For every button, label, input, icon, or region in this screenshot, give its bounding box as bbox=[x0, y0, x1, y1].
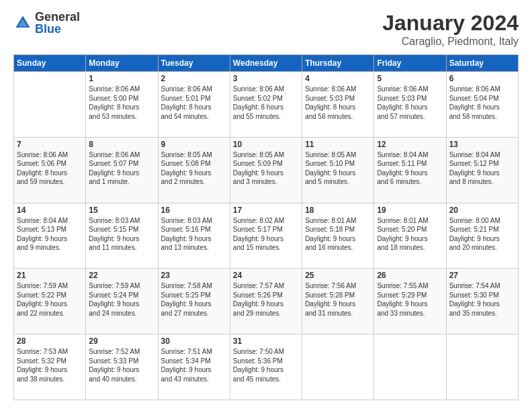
calendar-cell: 6Sunrise: 8:06 AM Sunset: 5:04 PM Daylig… bbox=[446, 72, 518, 138]
day-number: 5 bbox=[377, 74, 443, 83]
day-header-thursday: Thursday bbox=[302, 55, 374, 72]
day-info: Sunrise: 8:01 AM Sunset: 5:18 PM Dayligh… bbox=[305, 216, 371, 253]
calendar-cell: 26Sunrise: 7:55 AM Sunset: 5:29 PM Dayli… bbox=[374, 269, 446, 334]
calendar-cell: 28Sunrise: 7:53 AM Sunset: 5:32 PM Dayli… bbox=[14, 334, 86, 400]
calendar-cell: 14Sunrise: 8:04 AM Sunset: 5:13 PM Dayli… bbox=[14, 203, 86, 269]
day-number: 31 bbox=[233, 336, 299, 346]
week-row-2: 7Sunrise: 8:06 AM Sunset: 5:06 PM Daylig… bbox=[14, 137, 519, 203]
day-info: Sunrise: 7:57 AM Sunset: 5:26 PM Dayligh… bbox=[233, 281, 299, 318]
title-block: January 2024 Caraglio, Piedmont, Italy bbox=[382, 11, 519, 48]
day-info: Sunrise: 7:56 AM Sunset: 5:28 PM Dayligh… bbox=[305, 281, 371, 318]
day-info: Sunrise: 8:06 AM Sunset: 5:01 PM Dayligh… bbox=[161, 85, 227, 121]
day-info: Sunrise: 8:03 AM Sunset: 5:16 PM Dayligh… bbox=[161, 216, 227, 253]
day-info: Sunrise: 7:51 AM Sunset: 5:34 PM Dayligh… bbox=[161, 347, 227, 383]
day-number: 23 bbox=[161, 271, 227, 280]
calendar-cell: 27Sunrise: 7:54 AM Sunset: 5:30 PM Dayli… bbox=[446, 269, 518, 334]
calendar-cell: 29Sunrise: 7:52 AM Sunset: 5:33 PM Dayli… bbox=[86, 334, 158, 400]
day-info: Sunrise: 7:59 AM Sunset: 5:24 PM Dayligh… bbox=[89, 281, 154, 318]
day-header-monday: Monday bbox=[86, 55, 158, 72]
day-info: Sunrise: 8:06 AM Sunset: 5:03 PM Dayligh… bbox=[377, 85, 443, 121]
day-info: Sunrise: 7:52 AM Sunset: 5:33 PM Dayligh… bbox=[89, 347, 154, 383]
day-info: Sunrise: 8:06 AM Sunset: 5:04 PM Dayligh… bbox=[449, 85, 515, 121]
week-row-1: 1Sunrise: 8:06 AM Sunset: 5:00 PM Daylig… bbox=[14, 72, 519, 138]
calendar-cell: 7Sunrise: 8:06 AM Sunset: 5:06 PM Daylig… bbox=[14, 137, 86, 203]
calendar-cell: 12Sunrise: 8:04 AM Sunset: 5:11 PM Dayli… bbox=[374, 137, 446, 203]
week-row-4: 21Sunrise: 7:59 AM Sunset: 5:22 PM Dayli… bbox=[14, 269, 519, 334]
calendar-cell: 2Sunrise: 8:06 AM Sunset: 5:01 PM Daylig… bbox=[158, 72, 230, 138]
day-number: 20 bbox=[449, 205, 515, 215]
day-number: 10 bbox=[233, 140, 299, 149]
day-number: 19 bbox=[377, 205, 443, 215]
calendar-table: SundayMondayTuesdayWednesdayThursdayFrid… bbox=[13, 54, 519, 400]
calendar-cell: 17Sunrise: 8:02 AM Sunset: 5:17 PM Dayli… bbox=[230, 203, 302, 269]
day-number: 24 bbox=[233, 271, 299, 280]
calendar-cell: 30Sunrise: 7:51 AM Sunset: 5:34 PM Dayli… bbox=[158, 334, 230, 400]
calendar-cell bbox=[374, 334, 446, 400]
day-number: 14 bbox=[17, 205, 83, 215]
day-info: Sunrise: 8:04 AM Sunset: 5:13 PM Dayligh… bbox=[17, 216, 83, 253]
day-number: 11 bbox=[305, 140, 371, 149]
day-number: 15 bbox=[89, 205, 154, 215]
day-number: 25 bbox=[305, 271, 371, 280]
calendar-cell: 13Sunrise: 8:04 AM Sunset: 5:12 PM Dayli… bbox=[446, 137, 518, 203]
day-number: 22 bbox=[89, 271, 154, 280]
month-title: January 2024 bbox=[382, 11, 519, 36]
calendar-cell: 18Sunrise: 8:01 AM Sunset: 5:18 PM Dayli… bbox=[302, 203, 374, 269]
day-info: Sunrise: 7:55 AM Sunset: 5:29 PM Dayligh… bbox=[377, 281, 443, 318]
calendar-cell: 9Sunrise: 8:05 AM Sunset: 5:08 PM Daylig… bbox=[158, 137, 230, 203]
week-row-5: 28Sunrise: 7:53 AM Sunset: 5:32 PM Dayli… bbox=[14, 334, 519, 400]
day-number: 7 bbox=[17, 140, 83, 149]
week-row-3: 14Sunrise: 8:04 AM Sunset: 5:13 PM Dayli… bbox=[14, 203, 519, 269]
calendar-cell: 19Sunrise: 8:01 AM Sunset: 5:20 PM Dayli… bbox=[374, 203, 446, 269]
day-info: Sunrise: 8:04 AM Sunset: 5:12 PM Dayligh… bbox=[449, 150, 515, 187]
day-number: 21 bbox=[17, 271, 83, 280]
calendar-cell: 8Sunrise: 8:06 AM Sunset: 5:07 PM Daylig… bbox=[86, 137, 158, 203]
calendar-cell bbox=[446, 334, 518, 400]
day-info: Sunrise: 7:54 AM Sunset: 5:30 PM Dayligh… bbox=[449, 281, 515, 318]
calendar-cell: 3Sunrise: 8:06 AM Sunset: 5:02 PM Daylig… bbox=[230, 72, 302, 138]
day-header-friday: Friday bbox=[374, 55, 446, 72]
day-header-wednesday: Wednesday bbox=[230, 55, 302, 72]
page-header: General Blue January 2024 Caraglio, Pied… bbox=[13, 11, 519, 48]
day-info: Sunrise: 8:06 AM Sunset: 5:06 PM Dayligh… bbox=[17, 150, 83, 187]
day-number: 18 bbox=[305, 205, 371, 215]
calendar-body: 1Sunrise: 8:06 AM Sunset: 5:00 PM Daylig… bbox=[14, 72, 519, 400]
day-info: Sunrise: 8:00 AM Sunset: 5:21 PM Dayligh… bbox=[449, 216, 515, 253]
day-number: 3 bbox=[233, 74, 299, 83]
logo-general-text: General bbox=[35, 11, 80, 23]
day-info: Sunrise: 8:06 AM Sunset: 5:03 PM Dayligh… bbox=[305, 85, 371, 121]
calendar-cell: 31Sunrise: 7:50 AM Sunset: 5:36 PM Dayli… bbox=[230, 334, 302, 400]
day-number: 30 bbox=[161, 336, 227, 346]
calendar-cell: 21Sunrise: 7:59 AM Sunset: 5:22 PM Dayli… bbox=[14, 269, 86, 334]
calendar-header: SundayMondayTuesdayWednesdayThursdayFrid… bbox=[14, 55, 519, 72]
day-info: Sunrise: 8:01 AM Sunset: 5:20 PM Dayligh… bbox=[377, 216, 443, 253]
day-header-row: SundayMondayTuesdayWednesdayThursdayFrid… bbox=[14, 55, 519, 72]
day-number: 29 bbox=[89, 336, 154, 346]
day-number: 4 bbox=[305, 74, 371, 83]
day-number: 8 bbox=[89, 140, 154, 149]
day-info: Sunrise: 7:50 AM Sunset: 5:36 PM Dayligh… bbox=[233, 347, 299, 383]
day-info: Sunrise: 7:59 AM Sunset: 5:22 PM Dayligh… bbox=[17, 281, 83, 318]
day-info: Sunrise: 7:58 AM Sunset: 5:25 PM Dayligh… bbox=[161, 281, 227, 318]
day-number: 16 bbox=[161, 205, 227, 215]
day-info: Sunrise: 8:06 AM Sunset: 5:00 PM Dayligh… bbox=[89, 85, 154, 121]
location-text: Caraglio, Piedmont, Italy bbox=[382, 36, 519, 48]
day-info: Sunrise: 8:02 AM Sunset: 5:17 PM Dayligh… bbox=[233, 216, 299, 253]
logo-blue-text: Blue bbox=[35, 23, 80, 35]
calendar-cell: 5Sunrise: 8:06 AM Sunset: 5:03 PM Daylig… bbox=[374, 72, 446, 138]
day-info: Sunrise: 8:05 AM Sunset: 5:10 PM Dayligh… bbox=[305, 150, 371, 187]
day-number: 13 bbox=[449, 140, 515, 149]
logo: General Blue bbox=[13, 11, 80, 35]
day-number: 12 bbox=[377, 140, 443, 149]
day-number: 26 bbox=[377, 271, 443, 280]
day-info: Sunrise: 8:05 AM Sunset: 5:09 PM Dayligh… bbox=[233, 150, 299, 187]
calendar-cell bbox=[14, 72, 86, 138]
calendar-cell: 25Sunrise: 7:56 AM Sunset: 5:28 PM Dayli… bbox=[302, 269, 374, 334]
calendar-cell: 4Sunrise: 8:06 AM Sunset: 5:03 PM Daylig… bbox=[302, 72, 374, 138]
day-header-saturday: Saturday bbox=[446, 55, 518, 72]
day-info: Sunrise: 8:06 AM Sunset: 5:02 PM Dayligh… bbox=[233, 85, 299, 121]
day-number: 17 bbox=[233, 205, 299, 215]
day-number: 9 bbox=[161, 140, 227, 149]
day-info: Sunrise: 8:05 AM Sunset: 5:08 PM Dayligh… bbox=[161, 150, 227, 187]
calendar-cell: 23Sunrise: 7:58 AM Sunset: 5:25 PM Dayli… bbox=[158, 269, 230, 334]
